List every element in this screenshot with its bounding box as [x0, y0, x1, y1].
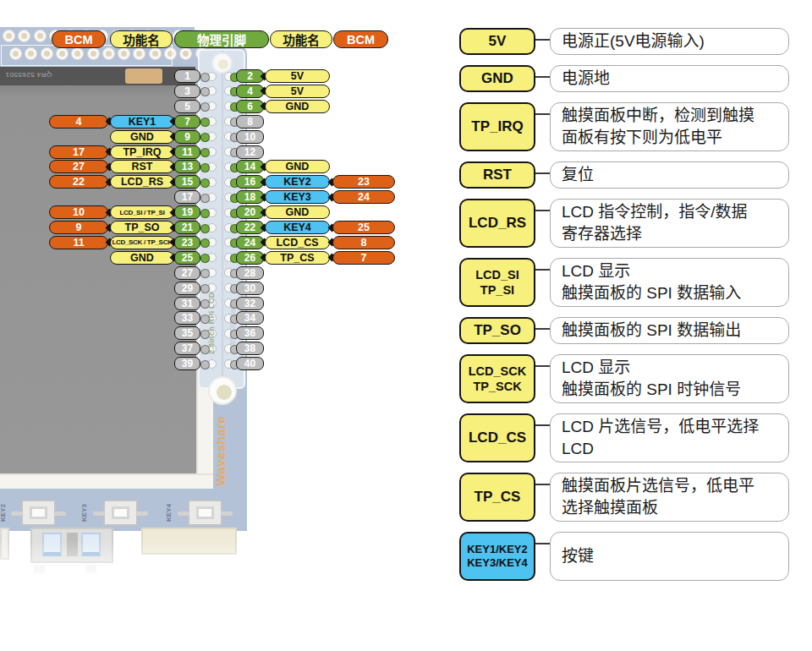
pin-row: 22LCD_RS1516KEY223	[0, 175, 398, 189]
pin-stub	[200, 315, 210, 324]
bcm-badge: 10	[49, 205, 108, 219]
pin-stub	[200, 133, 210, 142]
legend-description-line: LCD 显示	[562, 260, 780, 282]
legend-signal-badge: TP_CS	[459, 473, 535, 522]
function-badge: KEY1	[110, 115, 174, 129]
legend-description-line: LCD 指令控制，指令/数据	[562, 201, 780, 223]
legend-signal-label: LCD_SI	[475, 267, 519, 282]
bcm-badge: 17	[49, 145, 108, 159]
function-badge: GND	[265, 205, 330, 219]
bcm-badge: 4	[49, 115, 108, 129]
pin-row: 11LCD_SCK / TP_SCK2324LCD_CS8	[0, 236, 398, 249]
legend-description: 触摸面板的 SPI 数据输出	[550, 317, 789, 344]
legend-description-line: 复位	[562, 164, 780, 186]
pin-row: 345V	[0, 85, 398, 98]
legend-description-line: LCD 显示	[562, 357, 780, 379]
legend-signal-label: TP_SI	[480, 282, 514, 298]
legend-signal-label: LCD_RS	[469, 214, 526, 232]
bcm-badge: 23	[332, 175, 395, 189]
pin-row: 4KEY178	[0, 115, 398, 129]
pin-row: 3536	[0, 326, 398, 340]
pin-stub	[200, 284, 210, 293]
legend-description-line: 选择触摸面板	[562, 497, 780, 519]
function-badge: KEY2	[265, 175, 330, 189]
pin-row: GND2526TP_CS7	[0, 251, 398, 265]
legend-signal-badge: GND	[459, 65, 535, 92]
pin-stub	[200, 73, 210, 82]
legend-description: LCD 显示触摸面板的 SPI 数据输入	[550, 258, 789, 307]
legend-description: LCD 显示触摸面板的 SPI 时钟信号	[550, 354, 789, 403]
physical-pin-badge: 11	[174, 145, 200, 159]
legend-signal-badge: RST	[459, 161, 535, 189]
function-badge: 5V	[265, 85, 330, 98]
bcm-badge: 7	[332, 251, 395, 265]
legend-description-line: 触摸面板的 SPI 数据输入	[562, 282, 780, 304]
legend-description-line: 触摸面板的 SPI 时钟信号	[562, 379, 780, 401]
pin-row: 2728	[0, 266, 398, 280]
legend-description-line: 电源地	[562, 68, 780, 90]
legend-description: LCD 指令控制，指令/数据寄存器选择	[550, 199, 789, 248]
physical-pin-badge: 5	[174, 100, 200, 113]
pin-stub	[200, 345, 210, 354]
bcm-badge: 24	[332, 190, 395, 204]
pin-row: 1718KEY324	[0, 190, 398, 204]
physical-pin-badge: 9	[174, 130, 200, 144]
legend-signal-label: TP_IRQ	[471, 118, 523, 135]
function-badge: KEY3	[265, 190, 330, 204]
pin-row: 3738	[0, 342, 398, 355]
physical-pin-badge: 1	[174, 69, 200, 83]
legend-signal-badge: LCD_SCKTP_SCK	[459, 354, 535, 403]
pin-stub	[200, 87, 210, 96]
function-badge: GND	[265, 160, 330, 173]
physical-pin-badge: 25	[174, 251, 200, 265]
physical-pin-badge: 8	[236, 115, 264, 129]
physical-pin-badge: 28	[236, 266, 264, 280]
physical-pin-badge: 40	[236, 357, 264, 370]
function-badge: GND	[110, 251, 174, 265]
pin-stub	[200, 269, 210, 278]
legend-signal-badge: LCD_RS	[459, 199, 535, 248]
bcm-badge: 8	[332, 236, 395, 249]
physical-pin-badge: 33	[174, 311, 200, 325]
legend-description: 电源正(5V电源输入)	[550, 28, 789, 55]
pin-stub	[200, 194, 210, 203]
function-badge: TP_IRQ	[110, 145, 174, 159]
legend-row: KEY1/KEY2KEY3/KEY4按键	[459, 532, 789, 581]
physical-pin-badge: 21	[174, 221, 200, 234]
physical-pin-badge: 19	[174, 205, 200, 219]
function-badge: KEY4	[265, 221, 330, 234]
legend-panel: 5V电源正(5V电源输入)GND电源地TP_IRQ触摸面板中断，检测到触摸面板有…	[459, 28, 789, 581]
legend-row: LCD_SITP_SILCD 显示触摸面板的 SPI 数据输入	[459, 258, 789, 307]
function-badge: TP_SO	[110, 221, 174, 234]
legend-signal-badge: 5V	[459, 28, 535, 55]
pin-stub	[200, 238, 210, 248]
legend-description: LCD 片选信号，低电平选择LCD	[550, 413, 789, 462]
bcm-badge: 25	[332, 221, 395, 234]
physical-pin-badge: 32	[236, 297, 264, 310]
pin-stub	[200, 148, 210, 157]
physical-pin-badge: 23	[174, 236, 200, 249]
legend-row: LCD_SCKTP_SCKLCD 显示触摸面板的 SPI 时钟信号	[459, 354, 789, 403]
pin-row: 3334	[0, 311, 398, 325]
function-badge: LCD_CS	[265, 236, 330, 249]
pin-stub	[200, 299, 210, 309]
pin-stub	[200, 163, 210, 172]
legend-signal-label: KEY1/KEY2	[467, 543, 528, 556]
physical-pin-badge: 37	[174, 342, 200, 355]
pin-row: 125V	[0, 69, 398, 83]
legend-description-line: 触摸面板片选信号，低电平	[562, 475, 780, 497]
physical-pin-badge: 17	[174, 190, 200, 204]
pin-row: 27RST1314GND	[0, 160, 398, 173]
legend-description-line: 按键	[562, 545, 780, 567]
physical-pin-badge: 27	[174, 266, 200, 280]
bcm-badge: 22	[49, 175, 108, 189]
pin-row: 2930	[0, 282, 398, 295]
legend-row: LCD_RSLCD 指令控制，指令/数据寄存器选择	[459, 199, 789, 248]
pin-stub	[200, 209, 210, 218]
pin-row: GND910	[0, 130, 398, 144]
physical-pin-badge: 36	[236, 326, 264, 340]
legend-row: TP_IRQ触摸面板中断，检测到触摸面板有按下则为低电平	[459, 102, 789, 151]
function-badge: LCD_SCK / TP_SCK	[110, 236, 174, 249]
legend-row: 5V电源正(5V电源输入)	[459, 28, 789, 55]
physical-pin-badge: 13	[174, 160, 200, 173]
